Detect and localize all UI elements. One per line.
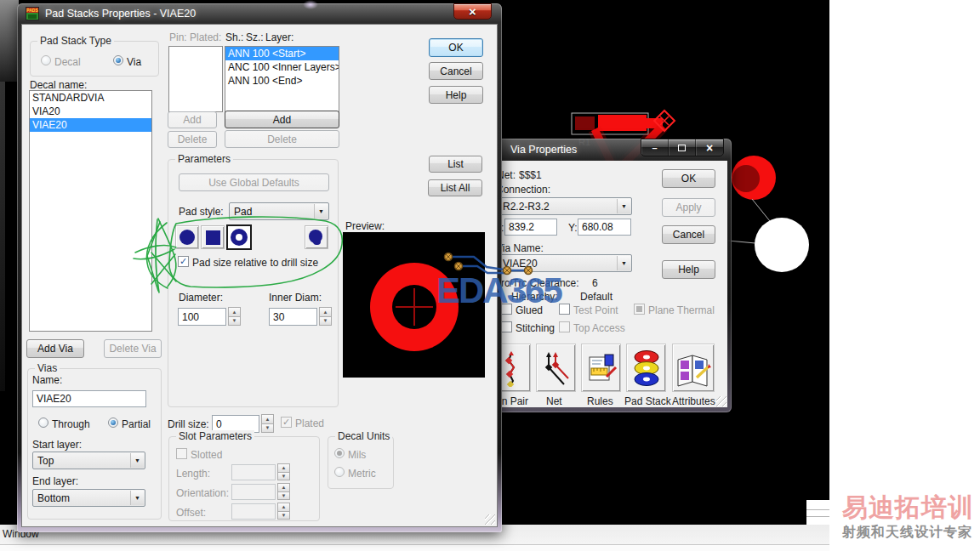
slotted-label: Slotted [191, 449, 222, 461]
list-item[interactable]: VIA20 [30, 105, 151, 118]
length-field[interactable] [231, 464, 276, 480]
via-cancel-button[interactable]: Cancel [662, 225, 715, 244]
via-radio-label: Via [127, 56, 141, 68]
layer-header: Layer: [265, 31, 293, 43]
stitching-label: Stitching [516, 322, 555, 334]
start-layer-select[interactable]: Top ▼ [32, 452, 145, 469]
test-point-checkbox[interactable] [559, 304, 570, 315]
list-all-button[interactable]: List All [428, 179, 482, 196]
y-field[interactable]: 680.08 [578, 219, 631, 236]
top-access-checkbox[interactable] [559, 321, 570, 332]
use-global-defaults-button[interactable]: Use Global Defaults [179, 173, 329, 191]
via-radio[interactable] [113, 55, 123, 65]
shape-annular-button[interactable] [226, 224, 252, 250]
list-item-selected[interactable]: ANN 100 <Start> [225, 47, 339, 60]
chevron-down-icon[interactable]: ▼ [130, 453, 144, 468]
mils-radio[interactable] [334, 448, 345, 458]
diameter-field[interactable]: 100 [178, 308, 226, 326]
help-button[interactable]: Help [429, 86, 483, 104]
connection-select[interactable]: R2.2-R3.2 ▼ [498, 197, 632, 215]
via-name-field[interactable]: VIAE20 [32, 390, 146, 407]
pad-stack-icon [630, 349, 664, 388]
pad-stack-button[interactable] [626, 344, 666, 392]
spin-down-icon[interactable]: ▼ [319, 316, 332, 327]
shape-square-button[interactable] [201, 225, 225, 249]
list-button[interactable]: List [429, 156, 482, 173]
chevron-down-icon[interactable]: ▼ [314, 204, 328, 219]
rules-button[interactable] [581, 344, 621, 392]
end-layer-select[interactable]: Bottom ▼ [32, 489, 145, 507]
x-field[interactable]: 839.2 [504, 219, 557, 236]
plated-header: Plated: [190, 31, 221, 43]
tool-label-attributes: Attributes [672, 395, 715, 407]
plane-thermal-checkbox[interactable] [634, 304, 645, 315]
chevron-down-icon[interactable]: ▼ [617, 256, 630, 270]
window-edge-top-left [0, 0, 19, 82]
chevron-down-icon[interactable]: ▼ [617, 199, 630, 213]
resize-grip[interactable] [716, 396, 726, 406]
glued-checkbox[interactable] [501, 304, 512, 315]
ok-button[interactable]: OK [429, 38, 483, 57]
via-ok-button[interactable]: OK [662, 169, 715, 188]
via-name-select[interactable]: VIAE20 ▼ [498, 254, 632, 272]
pad-style-select[interactable]: Pad ▼ [229, 202, 329, 220]
spin-down-icon[interactable]: ▼ [277, 511, 290, 520]
list-item[interactable]: ANN 100 <End> [225, 74, 339, 88]
hierarchy-label: Hierarchy: [511, 291, 558, 303]
orientation-spinner[interactable]: ▲▼ [277, 484, 290, 500]
inner-diam-spinner[interactable]: ▲▼ [319, 308, 332, 326]
close-button[interactable]: × [696, 139, 723, 156]
pad-dark[interactable] [575, 116, 595, 130]
delete-via-button[interactable]: Delete Via [104, 339, 162, 358]
offset-field[interactable] [231, 503, 276, 520]
net-button[interactable] [536, 344, 576, 392]
spin-down-icon[interactable]: ▼ [261, 423, 274, 434]
close-button[interactable]: × [453, 3, 492, 20]
list-item[interactable]: STANDARDVIA [30, 91, 151, 105]
delete-pin-button[interactable]: Delete [168, 131, 217, 148]
pad-bright[interactable] [598, 115, 647, 131]
diameter-spinner[interactable]: ▲▼ [228, 308, 241, 326]
plane-thermal-label: Plane Thermal [648, 304, 715, 316]
spin-down-icon[interactable]: ▼ [228, 316, 241, 327]
drill-size-spinner[interactable]: ▲▼ [261, 415, 274, 433]
spin-down-icon[interactable]: ▼ [277, 472, 290, 481]
shape-odd-button[interactable] [305, 225, 328, 249]
maximize-button[interactable] [669, 139, 696, 156]
plated-checkbox[interactable]: ✓ [281, 417, 292, 428]
decal-radio[interactable] [41, 55, 51, 65]
slotted-checkbox[interactable] [176, 448, 187, 459]
tool-label-net: Net [546, 395, 562, 407]
shape-circle-button[interactable] [175, 225, 199, 249]
pad-dialog-client: Pad Stack Type Decal Via Decal name: STA… [21, 24, 498, 527]
metric-radio[interactable] [334, 467, 345, 477]
add-pin-button[interactable]: Add [168, 111, 217, 128]
via-help-button[interactable]: Help [662, 260, 715, 279]
add-via-button[interactable]: Add Via [26, 339, 84, 358]
offset-spinner[interactable]: ▲▼ [277, 503, 290, 520]
delete-layer-button[interactable]: Delete [225, 130, 339, 148]
list-item[interactable]: ANC 100 <Inner Layers> [225, 60, 339, 74]
through-radio[interactable] [38, 418, 48, 428]
right-panel [829, 0, 980, 551]
chevron-down-icon[interactable]: ▼ [130, 491, 144, 505]
inner-diam-field[interactable]: 30 [269, 308, 317, 326]
via-apply-button[interactable]: Apply [662, 198, 715, 217]
white-pad[interactable] [755, 218, 809, 272]
cancel-button[interactable]: Cancel [429, 62, 483, 80]
group-label: Vias [35, 362, 60, 374]
add-layer-button[interactable]: Add [225, 111, 339, 128]
orientation-field[interactable] [231, 484, 276, 500]
partial-radio[interactable] [108, 418, 118, 428]
pad-dialog-title: Pad Stacks Properties - VIAE20 [45, 8, 196, 20]
pad-size-relative-checkbox[interactable]: ✓ [178, 256, 189, 267]
stitching-checkbox[interactable] [501, 321, 512, 332]
length-spinner[interactable]: ▲▼ [277, 464, 290, 480]
list-item-selected[interactable]: VIAE20 [30, 118, 151, 132]
spin-down-icon[interactable]: ▼ [277, 491, 290, 501]
minimize-button[interactable]: – [641, 139, 669, 156]
resize-grip[interactable] [485, 514, 495, 525]
attributes-button[interactable] [672, 344, 715, 392]
annular-hole [236, 234, 242, 241]
status-area [0, 545, 829, 551]
